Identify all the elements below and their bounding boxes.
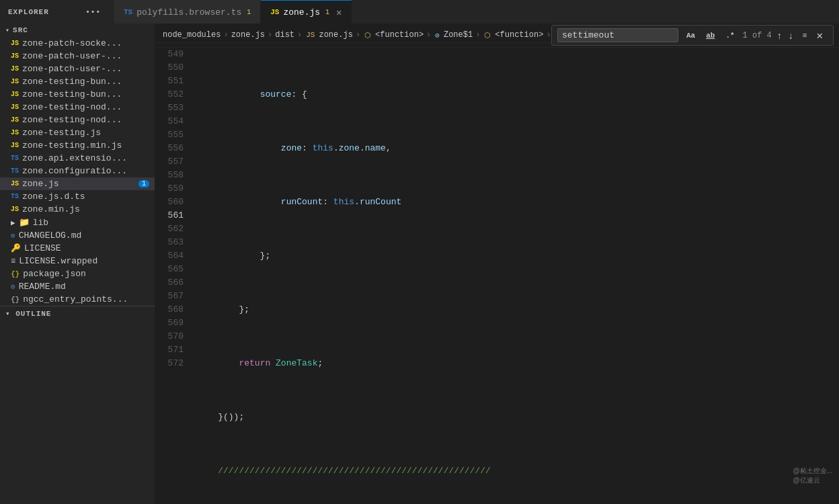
watermark-line2: @亿速云 <box>793 476 833 485</box>
file-label: LICENSE.wrapped <box>19 256 97 266</box>
sidebar-item-changelog[interactable]: ⊙ CHANGELOG.md <box>0 229 155 242</box>
title-bar: EXPLORER ••• TS polyfills.browser.ts 1 J… <box>0 0 839 24</box>
find-input[interactable] <box>557 28 678 42</box>
bc-js-icon: JS <box>306 31 315 39</box>
tab-zonejs[interactable]: JS zone.js 1 ✕ <box>261 0 351 24</box>
tab-polyfills[interactable]: TS polyfills.browser.ts 1 <box>114 0 261 24</box>
file-label: zone.api.extensio... <box>22 153 127 163</box>
file-label: LICENSE <box>24 243 61 253</box>
sidebar-item-zone-testing-min[interactable]: JS zone-testing.min.js <box>0 139 155 152</box>
tab-zonejs-label: zone.js <box>283 7 320 17</box>
watermark: @柘土挖金... @亿速云 <box>793 466 833 485</box>
file-label: zone.js <box>22 179 59 189</box>
tab-polyfills-badge: 1 <box>247 9 251 16</box>
code-line-556: ////////////////////////////////////////… <box>197 464 839 478</box>
sidebar-item-zone-patch-socket[interactable]: JS zone-patch-socke... <box>0 37 155 50</box>
file-label: zone-patch-user-... <box>22 51 122 61</box>
code-line-553: }; <box>197 303 839 317</box>
sidebar-item-zone-testing-bun-2[interactable]: JS zone-testing-bun... <box>0 88 155 101</box>
js-file-icon: JS <box>11 180 19 187</box>
sidebar-item-zone-testing-bun-1[interactable]: JS zone-testing-bun... <box>0 75 155 88</box>
editor-area: node_modules › zone.js › dist › JS zone.… <box>155 24 839 504</box>
file-label: zone-testing.min.js <box>22 140 122 151</box>
find-next-button[interactable]: ↓ <box>787 29 795 42</box>
sidebar-badge-zonejs: 1 <box>138 180 149 187</box>
license-icon: 🔑 <box>11 243 21 253</box>
sidebar-item-zone-patch-user-2[interactable]: JS zone-patch-user-... <box>0 62 155 75</box>
code-line-555: }()); <box>197 411 839 424</box>
sidebar-item-zone-config[interactable]: TS zone.configuratio... <box>0 165 155 177</box>
tab-zonejs-badge: 1 <box>325 9 329 16</box>
file-label: package.json <box>23 269 86 279</box>
js-file-icon: JS <box>11 103 19 111</box>
src-section-label: SRC <box>13 26 28 34</box>
folder-label: lib <box>33 218 48 228</box>
explorer-title: EXPLORER <box>8 8 49 16</box>
file-label: CHANGELOG.md <box>19 230 82 241</box>
src-section-header: ▾ SRC <box>0 24 155 37</box>
code-line-549: source: { <box>197 88 839 101</box>
sidebar-item-readme[interactable]: ⊙ README.md <box>0 280 155 293</box>
main-area: ▾ SRC JS zone-patch-socke... JS zone-pat… <box>0 24 839 504</box>
bc-function1: <function> <box>375 30 424 40</box>
code-lines: source: { zone: this.zone.name, runCount… <box>192 48 839 504</box>
sidebar-item-zonejs-dts[interactable]: TS zone.js.d.ts <box>0 190 155 203</box>
js-file-icon: JS <box>11 206 19 213</box>
sidebar-item-zone-testing-js[interactable]: JS zone-testing.js <box>0 126 155 139</box>
js-file-icon: JS <box>11 129 19 136</box>
find-count: 1 of 4 <box>743 31 772 40</box>
tab-polyfills-label: polyfills.browser.ts <box>136 7 241 17</box>
code-line-551: runCount: this.runCount <box>197 196 839 209</box>
file-label: zone.js.d.ts <box>22 192 85 202</box>
explorer-more-button[interactable]: ••• <box>80 8 106 16</box>
bc-node-modules: node_modules <box>163 30 221 40</box>
sidebar-item-zone-testing-nod-2[interactable]: JS zone-testing-nod... <box>0 114 155 126</box>
find-regex-button[interactable]: .* <box>721 30 738 42</box>
sidebar-item-license[interactable]: 🔑 LICENSE <box>0 242 155 255</box>
sidebar-item-zone-api-ext[interactable]: TS zone.api.extensio... <box>0 152 155 165</box>
file-label: zone-testing-nod... <box>22 115 122 125</box>
js-file-icon: JS <box>11 78 19 85</box>
file-label: zone-testing-bun... <box>22 89 122 99</box>
code-line-554: return ZoneTask; <box>197 357 839 370</box>
find-word-button[interactable]: ab <box>702 30 719 42</box>
js-file-icon: JS <box>11 40 19 47</box>
find-case-button[interactable]: Aa <box>682 30 699 42</box>
line-numbers: 549 550 551 552 553 554 555 556 557 558 … <box>155 48 192 504</box>
find-widget: Aa ab .* 1 of 4 ↑ ↓ ≡ ✕ <box>551 25 834 46</box>
sidebar-item-license-wrapped[interactable]: ≡ LICENSE.wrapped <box>0 255 155 267</box>
changelog-icon: ⊙ <box>11 231 15 240</box>
find-close-button[interactable]: ✕ <box>815 29 824 42</box>
breadcrumb: node_modules › zone.js › dist › JS zone.… <box>155 28 551 43</box>
explorer-panel-header: EXPLORER ••• <box>0 0 114 24</box>
ts-file-icon: TS <box>11 193 19 200</box>
find-prev-button[interactable]: ↑ <box>776 29 783 42</box>
sidebar-item-package-json[interactable]: {} package.json <box>0 267 155 280</box>
sidebar-item-zone-testing-nod-1[interactable]: JS zone-testing-nod... <box>0 101 155 114</box>
bc-dist: dist <box>275 30 294 40</box>
tab-close-button[interactable]: ✕ <box>336 7 342 18</box>
js-file-icon: JS <box>11 91 19 98</box>
outline-section: ▾ OUTLINE <box>0 306 155 321</box>
find-menu-button[interactable]: ≡ <box>799 30 811 42</box>
file-label: zone-testing-bun... <box>22 77 122 87</box>
file-label: zone.min.js <box>22 204 80 214</box>
bc-func-icon: ⬡ <box>364 31 371 40</box>
src-chevron-icon: ▾ <box>5 26 10 34</box>
sidebar-item-zonejs-active[interactable]: JS zone.js 1 <box>0 177 155 190</box>
sidebar-item-lib-folder[interactable]: ▶ 📁 lib <box>0 216 155 229</box>
bc-zone1-icon: ⊙ <box>435 31 440 40</box>
sidebar-item-ngcc[interactable]: {} ngcc_entry_points... <box>0 293 155 306</box>
ts-file-icon: TS <box>11 155 19 162</box>
code-editor[interactable]: 549 550 551 552 553 554 555 556 557 558 … <box>155 48 839 504</box>
find-options: Aa ab .* <box>682 30 739 42</box>
sidebar: ▾ SRC JS zone-patch-socke... JS zone-pat… <box>0 24 155 504</box>
sidebar-item-zone-min[interactable]: JS zone.min.js <box>0 203 155 216</box>
folder-expand-icon: ▶ <box>11 218 15 227</box>
file-label: zone.configuratio... <box>22 166 127 176</box>
file-label: ngcc_entry_points... <box>23 294 128 304</box>
file-label: README.md <box>19 282 66 292</box>
code-line-552: }; <box>197 249 839 263</box>
sidebar-item-zone-patch-user-1[interactable]: JS zone-patch-user-... <box>0 50 155 62</box>
js-file-icon: JS <box>11 52 19 60</box>
